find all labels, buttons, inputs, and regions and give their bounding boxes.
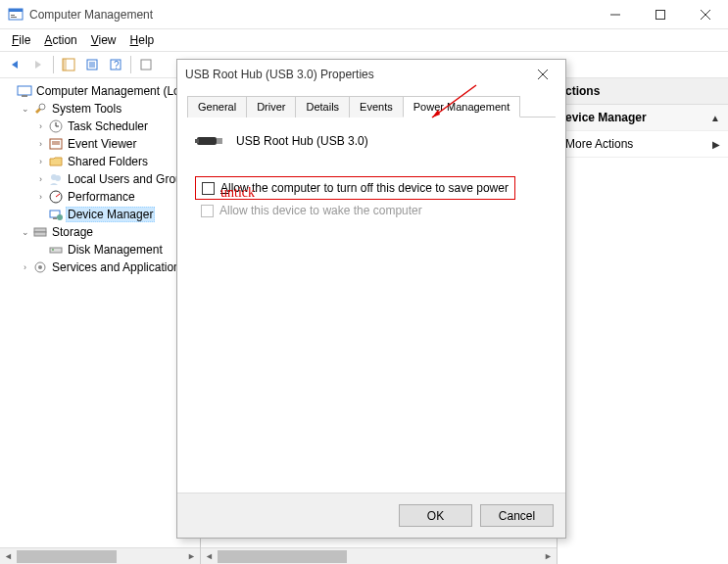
ok-button[interactable]: OK xyxy=(399,504,472,527)
device-manager-icon xyxy=(48,207,64,222)
close-button[interactable] xyxy=(683,0,728,29)
svg-rect-42 xyxy=(197,137,217,145)
checkbox-allow-wake-row: Allow this device to wake the computer xyxy=(195,204,548,217)
svg-point-38 xyxy=(38,265,42,269)
svg-rect-43 xyxy=(217,138,222,144)
event-icon xyxy=(48,136,64,152)
tree-event-viewer[interactable]: ›Event Viewer xyxy=(35,135,200,153)
svg-point-32 xyxy=(57,214,63,220)
clock-icon xyxy=(48,118,64,134)
expand-icon[interactable]: › xyxy=(35,121,46,132)
menu-action[interactable]: Action xyxy=(38,31,82,49)
tab-content: USB Root Hub (USB 3.0) untick Allow the … xyxy=(187,118,556,225)
checkbox-allow-turnoff-label[interactable]: Allow the computer to turn off this devi… xyxy=(220,181,509,195)
properties-button[interactable] xyxy=(81,54,103,75)
actions-device-manager[interactable]: evice Manager ▲ xyxy=(558,105,728,131)
menubar: File Action View Help xyxy=(0,29,728,51)
services-icon xyxy=(32,259,48,275)
properties-dialog: USB Root Hub (USB 3.0) Properties Genera… xyxy=(176,59,566,539)
svg-rect-2 xyxy=(11,15,15,16)
annotation-untick: untick xyxy=(220,185,255,201)
scroll-left-icon[interactable]: ◄ xyxy=(201,548,218,565)
svg-rect-35 xyxy=(50,248,62,253)
scroll-left-icon[interactable]: ◄ xyxy=(0,548,17,565)
actions-pane: ctions evice Manager ▲ More Actions ▶ xyxy=(557,78,728,564)
svg-rect-34 xyxy=(34,232,46,236)
svg-rect-1 xyxy=(9,9,23,12)
tree-device-manager[interactable]: Device Manager xyxy=(35,206,200,223)
collapse-icon[interactable] xyxy=(4,86,15,97)
show-hide-tree-button[interactable] xyxy=(58,54,79,75)
tree-local-users[interactable]: ›Local Users and Grou xyxy=(35,170,200,188)
center-scrollbar-h[interactable]: ◄ ► xyxy=(201,547,557,564)
svg-rect-31 xyxy=(53,217,57,219)
maximize-button[interactable] xyxy=(638,0,683,29)
svg-rect-17 xyxy=(18,86,31,95)
collapse-icon[interactable]: ⌄ xyxy=(20,104,30,115)
menu-view[interactable]: View xyxy=(85,31,122,49)
tree-task-scheduler[interactable]: ›Task Scheduler xyxy=(35,118,200,135)
performance-icon xyxy=(48,189,64,205)
tree-storage[interactable]: ⌄ Storage xyxy=(20,223,200,241)
nav-tree[interactable]: Computer Management (Lo ⌄ System Tools ›… xyxy=(0,82,200,276)
tools-icon xyxy=(32,101,48,117)
tab-driver[interactable]: Driver xyxy=(246,96,296,118)
svg-point-19 xyxy=(39,104,45,110)
dialog-titlebar: USB Root Hub (USB 3.0) Properties xyxy=(177,60,565,89)
toolbar-btn-extra[interactable] xyxy=(135,54,157,75)
svg-rect-9 xyxy=(63,59,67,70)
tab-details[interactable]: Details xyxy=(295,96,350,118)
scroll-right-icon[interactable]: ► xyxy=(183,548,200,565)
window-titlebar: Computer Management xyxy=(0,0,728,29)
svg-point-27 xyxy=(55,175,61,181)
dialog-title: USB Root Hub (USB 3.0) Properties xyxy=(185,68,528,81)
tab-general[interactable]: General xyxy=(187,96,247,118)
expand-icon[interactable]: › xyxy=(35,192,46,203)
back-button[interactable] xyxy=(4,54,25,75)
tab-power-management[interactable]: Power Management xyxy=(403,96,520,118)
svg-point-36 xyxy=(52,249,54,251)
storage-icon xyxy=(32,224,48,240)
help-button[interactable]: ? xyxy=(105,54,126,75)
checkbox-allow-wake xyxy=(201,205,214,217)
svg-text:?: ? xyxy=(114,60,120,70)
chevron-up-icon: ▲ xyxy=(710,113,720,123)
tree-pane: Computer Management (Lo ⌄ System Tools ›… xyxy=(0,78,201,564)
tree-system-tools[interactable]: ⌄ System Tools xyxy=(20,100,200,118)
dialog-button-row: OK Cancel xyxy=(177,493,565,538)
tree-shared-folders[interactable]: ›Shared Folders xyxy=(35,153,200,170)
expand-icon[interactable]: › xyxy=(35,139,46,150)
users-icon xyxy=(48,171,64,187)
svg-rect-3 xyxy=(11,17,17,18)
expand-icon[interactable]: › xyxy=(35,157,46,167)
forward-button[interactable] xyxy=(27,54,49,75)
dialog-tabs: General Driver Details Events Power Mana… xyxy=(187,95,556,118)
collapse-icon[interactable]: ⌄ xyxy=(20,227,30,238)
cancel-button[interactable]: Cancel xyxy=(480,504,554,527)
tree-services-apps[interactable]: › Services and Application xyxy=(20,258,200,276)
tree-disk-management[interactable]: Disk Management xyxy=(35,241,200,258)
actions-more[interactable]: More Actions ▶ xyxy=(558,131,728,158)
checkbox-allow-wake-label: Allow this device to wake the computer xyxy=(219,204,422,217)
scroll-right-icon[interactable]: ► xyxy=(540,548,557,565)
svg-rect-44 xyxy=(195,139,199,143)
expand-icon[interactable]: › xyxy=(35,174,46,185)
svg-rect-33 xyxy=(34,228,46,232)
folder-share-icon xyxy=(48,154,64,169)
tree-performance[interactable]: ›Performance xyxy=(35,188,200,206)
device-name: USB Root Hub (USB 3.0) xyxy=(236,134,368,148)
menu-help[interactable]: Help xyxy=(124,31,161,49)
minimize-button[interactable] xyxy=(593,0,638,29)
tree-scrollbar-h[interactable]: ◄ ► xyxy=(0,547,200,564)
checkbox-allow-turnoff[interactable] xyxy=(202,182,215,195)
tree-root[interactable]: Computer Management (Lo xyxy=(4,82,200,100)
svg-rect-5 xyxy=(656,10,665,19)
dialog-close-button[interactable] xyxy=(528,60,558,89)
expand-icon[interactable]: › xyxy=(20,262,30,273)
svg-rect-16 xyxy=(141,60,151,70)
tab-events[interactable]: Events xyxy=(349,96,404,118)
menu-file[interactable]: File xyxy=(6,31,36,49)
chevron-right-icon: ▶ xyxy=(712,139,720,150)
computer-mgmt-icon xyxy=(17,83,32,99)
usb-device-icon xyxy=(195,131,226,151)
